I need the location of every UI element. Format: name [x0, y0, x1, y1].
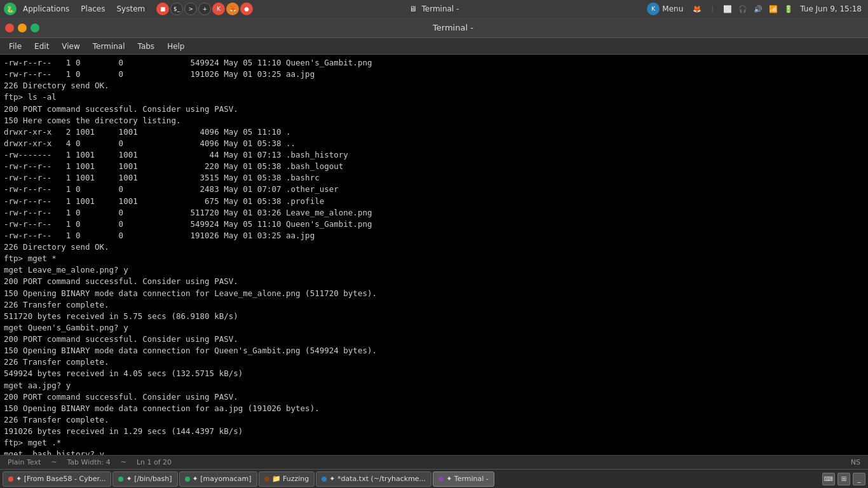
maximize-button[interactable] [31, 24, 39, 32]
menu-button[interactable]: K Menu [642, 1, 688, 17]
terminal-line: drwxr-xr-x 4 0 0 4096 May 01 05:38 .. [4, 138, 864, 149]
quick-launch: ■ $_ > + K 🦊 ● [156, 3, 253, 15]
status-mode: Plain Text [5, 458, 43, 466]
app-icon[interactable]: 🐍 [4, 3, 17, 15]
quick-launch-icon-4[interactable]: + [198, 3, 211, 15]
terminal-line: mget Queen's_Gambit.png? y [4, 322, 864, 334]
taskbar-label-5: ✦ *data.txt (~/tryhackme... [329, 475, 426, 483]
terminal-line: -rw-r--r-- 1 0 0 549924 May 05 11:10 Que… [4, 57, 864, 69]
menu-terminal[interactable]: Terminal [86, 41, 132, 52]
system-menu[interactable]: System [111, 3, 150, 15]
taskbar-item-3[interactable]: ✦ [mayomacam] [179, 471, 257, 487]
quick-launch-icon-2[interactable]: $_ [170, 3, 183, 15]
volume-icon[interactable]: 🔊 [752, 3, 764, 15]
quick-launch-icon-5[interactable]: K [212, 3, 225, 15]
terminal-line: mget Leave_me_alone.png? y [4, 264, 864, 276]
menu-help[interactable]: Help [161, 41, 191, 52]
terminal-line: -rw-r--r-- 1 0 0 191026 May 01 03:25 aa.… [4, 69, 864, 80]
terminal-line: 200 PORT command successful. Consider us… [4, 104, 864, 115]
taskbar-label-3: ✦ [mayomacam] [193, 475, 252, 483]
app-icon-group: 🐍 [4, 3, 17, 15]
quick-launch-icon-3[interactable]: > [184, 3, 197, 15]
terminal-line: ftp> mget .* [4, 437, 864, 449]
menu-view[interactable]: View [55, 41, 86, 52]
terminal-line: 150 Opening BINARY mode data connection … [4, 403, 864, 414]
top-panel: 🐍 Applications Places System ■ $_ > + K … [0, 0, 868, 18]
minimize-button[interactable] [18, 24, 27, 32]
menu-edit[interactable]: Edit [28, 41, 55, 52]
terminal-line: 226 Transfer complete. [4, 414, 864, 426]
battery-icon[interactable]: 🔋 [782, 3, 795, 15]
clock: Tue Jun 9, 15:18 [797, 4, 864, 13]
places-menu[interactable]: Places [76, 3, 110, 15]
terminal-line: ftp> ls -al [4, 92, 864, 103]
close-button[interactable] [5, 24, 14, 32]
taskbar-dot-5 [322, 477, 327, 482]
taskbar-label-4: 📁 Fuzzing [272, 475, 309, 483]
status-position: Ln 1 of 20 [134, 458, 174, 466]
taskbar-dot-6 [438, 477, 444, 482]
terminal-line: -rw-r--r-- 1 0 0 511720 May 01 03:26 Lea… [4, 207, 864, 219]
terminal-line: ftp> mget * [4, 253, 864, 264]
taskbar-item-1[interactable]: ✦ [From Base58 - Cyber... [3, 471, 111, 487]
taskbar-label-1: ✦ [From Base58 - Cyber... [16, 475, 105, 483]
taskbar-dot-4 [264, 477, 269, 482]
terminal-line: -rw-r--r-- 1 0 0 549924 May 05 11:10 Que… [4, 219, 864, 230]
terminal-line: -rw-r--r-- 1 1001 1001 220 May 01 05:38 … [4, 161, 864, 172]
terminal-line: 226 Transfer complete. [4, 356, 864, 368]
network-icon[interactable]: 📶 [767, 3, 780, 15]
terminal-line: -rw-r--r-- 1 0 0 191026 May 01 03:25 aa.… [4, 230, 864, 241]
taskbar-item-4[interactable]: 📁 Fuzzing [259, 471, 315, 487]
taskbar-label-6: ✦ Terminal - [446, 475, 489, 483]
terminal-window-icon: 🖥 [409, 4, 417, 13]
terminal-line: 200 PORT command successful. Consider us… [4, 391, 864, 403]
terminal-line: 150 Opening BINARY mode data connection … [4, 288, 864, 299]
status-separator-2: ~ [118, 458, 129, 466]
taskbar-item-5[interactable]: ✦ *data.txt (~/tryhackme... [316, 471, 431, 487]
top-panel-right: K Menu 🦊 | ⬜ 🎧 🔊 📶 🔋 Tue Jun 9, 15:18 [642, 1, 864, 17]
taskbar-item-2[interactable]: ✦ [/bin/bash] [112, 471, 177, 487]
taskbar-minimize-all[interactable]: _ [853, 473, 865, 485]
taskbar-right: ⌨ ⊞ _ [822, 473, 865, 485]
title-bar: Terminal - [0, 18, 868, 38]
quick-launch-icon-1[interactable]: ■ [156, 3, 169, 15]
terminal-content[interactable]: -rw-r--r-- 1 0 0 549924 May 05 11:10 Que… [0, 55, 868, 455]
taskbar-item-6[interactable]: ✦ Terminal - [433, 471, 494, 487]
quick-launch-icon-7[interactable]: ● [240, 3, 253, 15]
window-tray-icon[interactable]: ⬜ [721, 3, 734, 15]
taskbar-dot-3 [185, 477, 190, 482]
menu-bar: File Edit View Terminal Tabs Help [0, 38, 868, 55]
terminal-line: -rw------- 1 1001 1001 44 May 01 07:13 .… [4, 149, 864, 161]
terminal-line: 150 Opening BINARY mode data connection … [4, 345, 864, 356]
top-panel-left: 🐍 Applications Places System ■ $_ > + K … [4, 3, 253, 15]
taskbar-dot-1 [8, 477, 13, 482]
menu-tabs[interactable]: Tabs [132, 41, 161, 52]
terminal-line: drwxr-xr-x 2 1001 1001 4096 May 05 11:10… [4, 126, 864, 138]
terminal-line: 200 PORT command successful. Consider us… [4, 334, 864, 345]
status-separator-1: ~ [48, 458, 59, 466]
status-bar: Plain Text ~ Tab Width: 4 ~ Ln 1 of 20 N… [0, 455, 868, 469]
panel-center-title: 🖥 Terminal - [409, 4, 459, 13]
status-col: NS [848, 458, 863, 466]
terminal-line: 511720 bytes received in 5.75 secs (86.9… [4, 311, 864, 322]
status-tab-width: Tab Width: 4 [64, 458, 112, 466]
taskbar-kbd-icon[interactable]: ⌨ [822, 473, 835, 485]
kali-icon: K [647, 3, 660, 15]
firefox-icon[interactable]: 🦊 [226, 3, 239, 15]
firefox-tray-icon[interactable]: 🦊 [691, 3, 703, 15]
terminal-line: -rw-r--r-- 1 0 0 2483 May 01 07:07 .othe… [4, 184, 864, 195]
taskbar-grid-icon[interactable]: ⊞ [837, 473, 850, 485]
taskbar-label-2: ✦ [/bin/bash] [126, 475, 172, 483]
headset-icon[interactable]: 🎧 [736, 3, 749, 15]
separator-icon: | [706, 3, 719, 15]
terminal-line: mget .bash_history? y [4, 449, 864, 455]
terminal-line: 226 Directory send OK. [4, 241, 864, 253]
menu-file[interactable]: File [3, 41, 28, 52]
terminal-window: Terminal - File Edit View Terminal Tabs … [0, 18, 868, 469]
applications-menu[interactable]: Applications [18, 3, 74, 15]
terminal-line: 191026 bytes received in 1.29 secs (144.… [4, 426, 864, 437]
terminal-line: -rw-r--r-- 1 1001 1001 3515 May 01 05:38… [4, 172, 864, 184]
window-title: Terminal - [43, 23, 863, 32]
terminal-line: 226 Directory send OK. [4, 80, 864, 92]
terminal-line: 549924 bytes received in 4.05 secs (132.… [4, 368, 864, 379]
